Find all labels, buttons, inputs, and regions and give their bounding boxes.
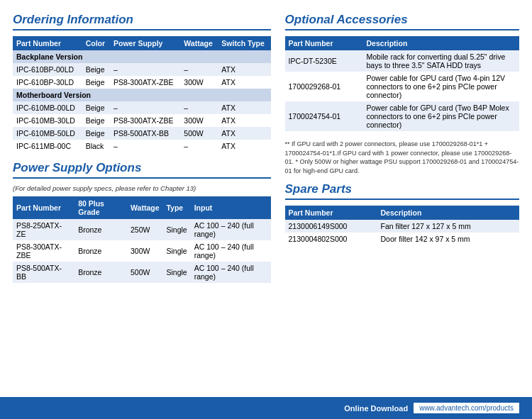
ordering-section: Ordering Information Part Number Color P… [13,13,271,152]
ordering-title: Ordering Information [13,13,271,30]
spare-parts-section: Spare Parts Part Number Description 2130… [285,182,519,245]
power-supply-section: Power Supply Options (For detailed power… [13,161,271,283]
optional-table: Part Number Description IPC-DT-5230EMobi… [285,36,519,131]
pso-col-1: 80 Plus Grade [74,196,127,219]
ordering-col-0: Part Number [13,36,82,50]
power-supply-table: Part Number 80 Plus Grade Wattage Type I… [13,196,271,283]
pso-col-4: Input [191,196,271,219]
footer-bar: Online Download www.advantech.com/produc… [0,397,532,419]
ordering-col-4: Switch Type [218,36,270,50]
ordering-col-1: Color [82,36,110,50]
main-content: Ordering Information Part Number Color P… [13,13,519,384]
table-row: 1700024754-01Power cable for GPU card (T… [285,101,519,131]
optional-section: Optional Accessories Part Number Descrip… [285,13,519,175]
page: Ordering Information Part Number Color P… [0,0,532,419]
table-row: 1700029268-01Power cable for GPU card (T… [285,72,519,101]
opt-col-1: Description [363,36,519,50]
ordering-table: Part Number Color Power Supply Wattage S… [13,36,271,152]
power-supply-note: (For detailed power supply specs, please… [13,184,271,192]
right-column: Optional Accessories Part Number Descrip… [285,13,519,384]
table-row: IPC-610MB-50LDBeigePS8-500ATX-BB500WATX [13,127,271,140]
spare-parts-table: Part Number Description 2130006149S000Fa… [285,206,519,245]
table-row: IPC-611MB-00CBlack––ATX [13,140,271,152]
table-row: PS8-250ATX-ZEBronze250WSingleAC 100 – 24… [13,219,271,240]
table-row: IPC-610BP-00LDBeige––ATX [13,63,271,76]
footer-url: www.advantech.com/products [414,403,519,413]
table-row: PS8-500ATX-BBBronze500WSingleAC 100 – 24… [13,262,271,283]
table-row: IPC-610MB-30LDBeigePS8-300ATX-ZBE300WATX [13,114,271,127]
opt-col-0: Part Number [285,36,363,50]
pso-col-0: Part Number [13,196,74,219]
pso-col-2: Wattage [127,196,162,219]
table-row: IPC-DT-5230EMobile rack for converting d… [285,50,519,72]
table-row: Backplane Version [13,50,271,63]
power-supply-title: Power Supply Options [13,161,271,179]
pso-col-3: Type [162,196,190,219]
table-row: IPC-610BP-30LDBeigePS8-300ATX-ZBE300WATX [13,76,271,89]
footer-label: Online Download [344,404,408,413]
left-column: Ordering Information Part Number Color P… [13,13,271,384]
spare-parts-title: Spare Parts [285,182,519,200]
ordering-col-2: Power Supply [110,36,180,50]
sp-col-1: Description [377,206,519,220]
optional-notes: ** If GPU card with 2 power connectors, … [285,140,519,175]
sp-col-0: Part Number [285,206,377,220]
table-row: 2130006149S000Fan filter 127 x 127 x 5 m… [285,220,519,233]
table-row: PS8-300ATX-ZBEBronze300WSingleAC 100 – 2… [13,240,271,262]
table-row: Motherboard Version [13,89,271,101]
table-row: IPC-610MB-00LDBeige––ATX [13,101,271,114]
ordering-col-3: Wattage [180,36,218,50]
table-row: 2130004802S000Door filter 142 x 97 x 5 m… [285,233,519,245]
optional-title: Optional Accessories [285,13,519,30]
